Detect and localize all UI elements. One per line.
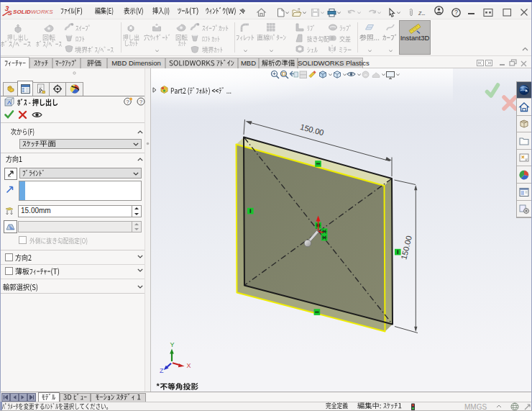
svg-text:Y: Y [170,341,175,348]
svg-text:150.00: 150.00 [399,235,413,261]
svg-text:X: X [187,362,191,369]
svg-text:150.00: 150.00 [299,122,325,137]
svg-text:?: ? [126,99,129,105]
svg-text:?: ? [454,9,458,16]
svg-text:Z: Z [160,367,164,374]
svg-text:?: ? [139,99,142,105]
